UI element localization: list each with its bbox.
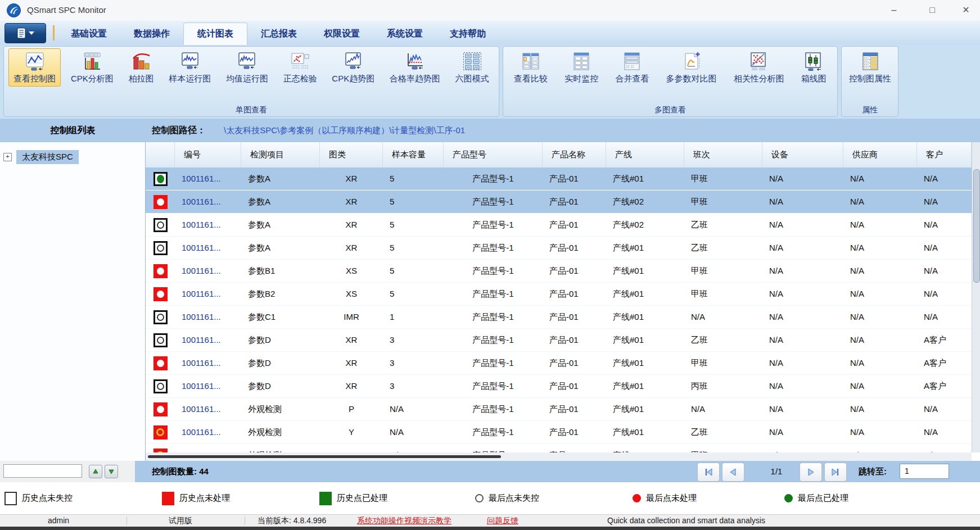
tool-button-compare-view[interactable]: 查看比较 [509, 48, 553, 87]
tool-button-cpk-trend[interactable]: CPK趋势图 [327, 48, 380, 87]
normality-test-icon [290, 51, 310, 71]
previous-page-button[interactable] [722, 463, 744, 482]
table-row[interactable]: 1001161...参数B1XS5产品型号-1产品-01产线#01甲班N/AN/… [146, 260, 972, 283]
cell-model: 产品型号-1 [444, 260, 543, 282]
tree-up-button[interactable] [89, 465, 102, 478]
legend-item: 历史点未失控 [4, 482, 73, 514]
status-item: 当前版本: 4.8.4.996 [258, 515, 326, 527]
table-row[interactable]: 1001161...参数AXR5产品型号-1产品-01产线#01甲班N/AN/A… [146, 167, 972, 191]
vertical-scrollbar[interactable] [972, 142, 980, 452]
column-header-icon[interactable] [146, 142, 175, 167]
tool-button-correlation-analysis[interactable]: 相关性分析图 [729, 48, 789, 87]
close-button[interactable]: ✕ [954, 2, 978, 18]
menu-tab-7[interactable]: 支持帮助 [436, 22, 499, 45]
status-cell [146, 306, 175, 328]
vertical-scrollbar-thumb[interactable] [973, 169, 980, 283]
menu-tab-6[interactable]: 系统设置 [373, 22, 436, 45]
status-link[interactable]: 问题反馈 [487, 515, 518, 527]
tool-button-boxplot[interactable]: 箱线图 [796, 48, 832, 87]
jump-to-page-dropdown[interactable]: 1 [900, 464, 949, 479]
cell-device: N/A [762, 375, 843, 397]
legend-circle-swatch [475, 494, 484, 502]
tree-down-button[interactable] [105, 465, 118, 478]
tool-button-multi-param-compare[interactable]: 多参数对比图 [661, 48, 722, 87]
cell-model: 产品型号-1 [444, 306, 543, 328]
tree-expander-icon[interactable]: + [3, 153, 12, 161]
table-row[interactable]: 1001161...参数DXR3产品型号-1产品-01产线#01丙班N/AN/A… [146, 375, 972, 398]
column-header-sample_size[interactable]: 样本容量 [383, 142, 444, 167]
table-row[interactable]: 1001161...参数AXR5产品型号-1产品-01产线#02甲班N/AN/A… [146, 191, 972, 214]
ribbon-group-label: 单图查看 [4, 104, 499, 116]
table-row[interactable]: 1001161外观检测YN/A产品型号-1产品-01产线#01甲班N/AN/AN… [146, 444, 972, 452]
tool-button-realtime-monitor[interactable]: 实时监控 [559, 48, 603, 87]
column-header-model[interactable]: 产品型号 [444, 142, 543, 167]
cell-model: 产品型号-1 [444, 329, 543, 351]
status-link[interactable]: 系统功能操作视频演示教学 [357, 515, 451, 527]
table-row[interactable]: 1001161...外观检测PN/A产品型号-1产品-01产线#01N/AN/A… [146, 398, 972, 421]
cell-chart_type: XR [320, 375, 383, 397]
table-row[interactable]: 1001161...参数DXR3产品型号-1产品-01产线#01甲班N/AN/A… [146, 352, 972, 375]
tree-search-input[interactable] [3, 464, 82, 478]
table-row[interactable]: 1001161...参数AXR5产品型号-1产品-01产线#01乙班N/AN/A… [146, 237, 972, 260]
next-page-button[interactable] [800, 463, 822, 482]
tool-button-cpk-analysis[interactable]: CPK分析图 [66, 48, 119, 87]
tree-root-label[interactable]: 太友科技SPC [16, 150, 79, 164]
tool-button-control-chart[interactable]: 查看控制图 [8, 48, 61, 87]
compare-view-icon [521, 51, 541, 71]
menu-tab-1[interactable]: 基础设置 [57, 22, 120, 45]
menu-tab-4[interactable]: 汇总报表 [247, 22, 310, 45]
legend-label: 最后点未失控 [489, 493, 539, 504]
tool-button-chart-properties[interactable]: 控制图属性 [844, 48, 896, 87]
tool-button-merge-view[interactable]: 合并查看 [610, 48, 654, 87]
horizontal-scrollbar[interactable] [146, 452, 972, 461]
cell-chart_type: XR [320, 167, 383, 190]
app-menu-button[interactable] [4, 23, 46, 43]
first-page-button[interactable] [697, 463, 720, 482]
mean-run-chart-icon [237, 51, 257, 71]
tree-root-row[interactable]: + 太友科技SPC [3, 150, 79, 164]
maximize-button[interactable]: □ [920, 2, 945, 18]
last-page-button[interactable] [824, 463, 847, 482]
table-row[interactable]: 1001161...参数DXR3产品型号-1产品-01产线#01乙班N/AN/A… [146, 329, 972, 352]
column-header-id[interactable]: 编号 [175, 142, 241, 167]
cell-supplier: N/A [843, 237, 917, 259]
column-header-chart_type[interactable]: 图类 [320, 142, 383, 167]
tool-button-pass-rate-trend[interactable]: 合格率趋势图 [385, 48, 445, 87]
status-separator [245, 517, 245, 525]
cell-supplier: N/A [843, 329, 917, 351]
tool-button-mean-run-chart[interactable]: 均值运行图 [221, 48, 273, 87]
cell-id: 1001161... [175, 237, 241, 259]
table-row[interactable]: 1001161...参数AXR5产品型号-1产品-01产线#02乙班N/AN/A… [146, 214, 972, 237]
menu-tab-3[interactable]: 统计图表 [183, 22, 247, 46]
status-ring-icon [153, 218, 168, 232]
cell-model: 产品型号-1 [444, 352, 543, 374]
tool-button-normality-test[interactable]: 正态检验 [278, 48, 322, 87]
cell-sample_size: N/A [383, 398, 444, 420]
tool-button-six-chart-mode[interactable]: 六图模式 [450, 48, 494, 87]
column-header-device[interactable]: 设备 [762, 142, 843, 167]
column-header-customer[interactable]: 客户 [917, 142, 972, 167]
menu-tab-2[interactable]: 数据操作 [120, 22, 183, 45]
horizontal-scrollbar-thumb[interactable] [148, 455, 501, 458]
minimize-button[interactable]: – [882, 2, 906, 18]
column-header-shift[interactable]: 班次 [684, 142, 762, 167]
tool-button-pareto[interactable]: 柏拉图 [124, 48, 159, 87]
chart-count-label: 控制图数量: 44 [152, 461, 209, 482]
legend-item: 最后点已处理 [784, 482, 848, 514]
menu-bar: 基础设置数据操作统计图表汇总报表权限设置系统设置支持帮助 [0, 21, 980, 45]
table-row[interactable]: 1001161...参数C1IMR1产品型号-1产品-01产线#01N/AN/A… [146, 306, 972, 329]
tool-button-sample-run-chart[interactable]: 样本运行图 [164, 48, 216, 87]
legend-circle-swatch [633, 494, 641, 502]
column-header-item[interactable]: 检测项目 [241, 142, 320, 167]
column-header-line[interactable]: 产线 [606, 142, 684, 167]
legend-label: 历史点未处理 [179, 493, 230, 504]
cell-sample_size: 5 [383, 237, 444, 259]
table-row[interactable]: 1001161...外观检测YN/A产品型号-1产品-01产线#01乙班N/AN… [146, 421, 972, 444]
cell-supplier: N/A [843, 306, 917, 328]
ribbon-group-3: 控制图属性属性 [841, 46, 898, 117]
column-header-supplier[interactable]: 供应商 [843, 142, 917, 167]
menu-tab-5[interactable]: 权限设置 [310, 22, 373, 45]
page-indicator: 1/1 [757, 461, 796, 482]
column-header-product[interactable]: 产品名称 [543, 142, 606, 167]
table-row[interactable]: 1001161...参数B2XS5产品型号-1产品-01产线#01甲班N/AN/… [146, 283, 972, 306]
